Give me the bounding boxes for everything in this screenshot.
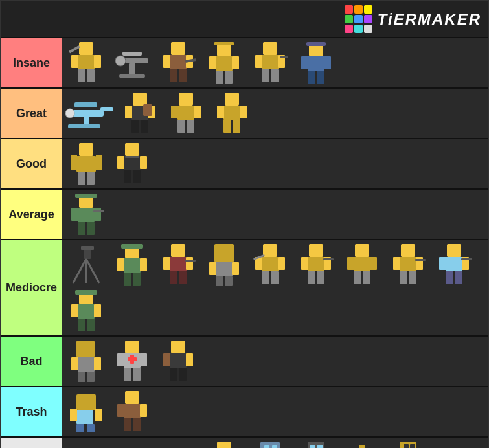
- svg-rect-74: [140, 156, 147, 169]
- tier-row-notincluded: Not Included: [1, 438, 488, 448]
- svg-rect-76: [133, 170, 141, 183]
- svg-rect-98: [171, 244, 185, 257]
- svg-rect-99: [170, 257, 187, 271]
- tier-row-trash: Trash: [1, 387, 488, 438]
- logo-cell-6: [364, 15, 372, 23]
- list-item: [164, 91, 208, 135]
- logo-cell-7: [345, 25, 353, 33]
- list-item: [202, 41, 246, 85]
- logo-cell-5: [354, 15, 363, 23]
- bad-char-3: [161, 341, 196, 383]
- list-item: [64, 440, 108, 448]
- svg-rect-234: [410, 444, 415, 449]
- svg-rect-50: [131, 120, 139, 133]
- bad-char-2-medic: [115, 341, 150, 383]
- list-item: [156, 243, 200, 287]
- svg-rect-66: [76, 156, 96, 172]
- svg-rect-167: [170, 353, 187, 368]
- svg-rect-68: [96, 155, 102, 170]
- list-item: [432, 440, 476, 448]
- insane-char-3: [161, 42, 196, 84]
- svg-rect-64: [233, 120, 240, 133]
- svg-rect-157: [87, 372, 95, 382]
- svg-rect-165: [128, 357, 137, 361]
- list-item: [386, 243, 430, 287]
- list-item: [210, 91, 254, 135]
- med-char-7: [437, 244, 472, 286]
- svg-rect-55: [171, 106, 178, 118]
- svg-rect-150: [78, 319, 85, 331]
- svg-rect-80: [78, 208, 95, 222]
- svg-rect-135: [400, 271, 407, 284]
- svg-rect-118: [309, 244, 323, 257]
- svg-rect-138: [447, 244, 461, 257]
- logo-area: TiERMAKER: [345, 5, 481, 33]
- svg-rect-142: [446, 271, 453, 284]
- svg-rect-106: [216, 262, 233, 276]
- svg-rect-107: [209, 262, 216, 275]
- list-item: [156, 41, 200, 85]
- bad-char-1: [69, 341, 104, 383]
- svg-rect-199: [217, 442, 231, 449]
- list-item: [64, 243, 108, 287]
- med-char-3: [253, 244, 288, 286]
- svg-rect-144: [461, 258, 472, 260]
- svg-rect-125: [355, 244, 369, 257]
- great-char-1: [122, 93, 158, 135]
- tier-row-insane: Insane: [1, 38, 488, 89]
- list-item: [248, 243, 292, 287]
- svg-rect-60: [223, 106, 240, 120]
- insane-char-4: [207, 42, 242, 84]
- svg-rect-122: [308, 271, 315, 284]
- svg-rect-6: [69, 45, 80, 53]
- svg-rect-120: [301, 257, 308, 270]
- svg-rect-13: [170, 55, 187, 69]
- svg-rect-206: [264, 445, 269, 449]
- svg-rect-73: [117, 156, 124, 169]
- svg-rect-183: [133, 418, 141, 431]
- svg-rect-42: [100, 107, 113, 111]
- logo-cell-4: [345, 15, 353, 23]
- svg-rect-111: [263, 244, 277, 257]
- ni-gear: [345, 445, 380, 449]
- svg-rect-207: [272, 445, 277, 449]
- svg-rect-146: [75, 290, 97, 295]
- list-item: [64, 289, 108, 333]
- svg-rect-61: [217, 106, 224, 118]
- ni-tool: [165, 445, 191, 449]
- list-item: [156, 339, 200, 383]
- med-char-2: [161, 244, 196, 286]
- svg-rect-153: [78, 357, 95, 372]
- svg-rect-179: [124, 404, 141, 418]
- tier-label-bad: Bad: [1, 337, 62, 386]
- svg-rect-85: [93, 210, 104, 212]
- svg-rect-2: [71, 55, 78, 68]
- svg-rect-17: [179, 69, 187, 82]
- logo-cell-9: [364, 25, 372, 33]
- svg-rect-26: [263, 42, 277, 55]
- svg-rect-170: [170, 368, 177, 381]
- list-item: [386, 440, 430, 448]
- average-char-1: [69, 194, 104, 236]
- svg-rect-67: [71, 155, 77, 170]
- svg-rect-14: [163, 55, 170, 68]
- tier-content-insane: [62, 38, 488, 87]
- great-char-2: [168, 93, 204, 135]
- svg-rect-136: [409, 271, 416, 284]
- svg-rect-155: [94, 357, 101, 370]
- svg-rect-23: [232, 56, 239, 69]
- svg-rect-48: [125, 106, 132, 118]
- svg-rect-132: [400, 257, 416, 271]
- logo-cell-1: [345, 5, 353, 14]
- med-char-5: [345, 244, 380, 286]
- svg-rect-101: [186, 257, 193, 270]
- svg-rect-169: [186, 353, 193, 366]
- svg-rect-21: [216, 56, 233, 71]
- svg-rect-34: [306, 42, 326, 46]
- list-item: [432, 243, 476, 287]
- svg-rect-116: [271, 271, 279, 284]
- svg-rect-105: [214, 244, 234, 262]
- svg-rect-25: [225, 71, 233, 84]
- svg-rect-46: [133, 93, 147, 106]
- svg-rect-175: [95, 409, 102, 421]
